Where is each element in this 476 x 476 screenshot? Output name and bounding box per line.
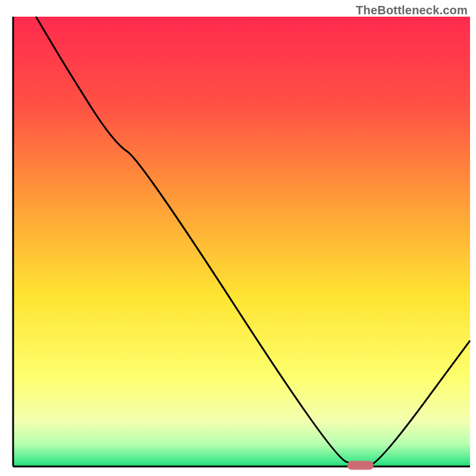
bottleneck-chart [0,0,476,476]
chart-container: TheBottleneck.com [0,0,476,476]
watermark-text: TheBottleneck.com [356,4,468,17]
optimal-marker [347,461,374,470]
plot-area [13,17,470,466]
